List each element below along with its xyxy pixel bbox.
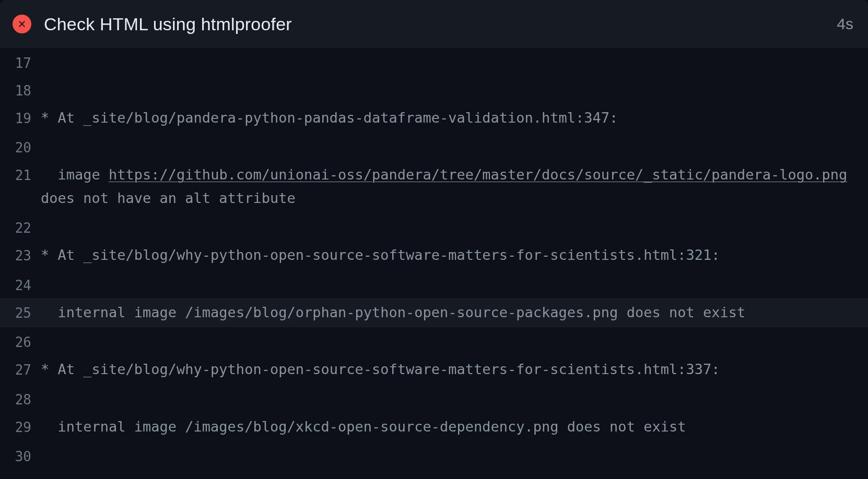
line-content: * At _site/blog/why-python-open-source-s…: [41, 356, 868, 384]
step-duration: 4s: [837, 15, 853, 33]
line-number: 30: [0, 442, 41, 468]
status-error-icon: [13, 15, 31, 33]
line-number: 25: [0, 299, 41, 325]
log-line: 28: [0, 385, 868, 412]
log-line: 30: [0, 441, 868, 469]
log-line: 27* At _site/blog/why-python-open-source…: [0, 355, 868, 385]
line-number: 19: [0, 104, 41, 130]
line-number: 28: [0, 386, 41, 411]
line-number: 26: [0, 328, 41, 354]
line-content: [41, 134, 868, 138]
log-line: 20: [0, 133, 868, 160]
log-line: 23* At _site/blog/why-python-open-source…: [0, 241, 868, 270]
line-number: 17: [0, 49, 41, 75]
line-number: 29: [0, 413, 41, 439]
log-line: 21 image https://github.com/unionai-oss/…: [0, 160, 868, 213]
log-line: 24: [0, 270, 868, 298]
line-content: [41, 214, 868, 218]
line-content: [41, 271, 868, 276]
line-content: [41, 386, 868, 390]
log-line: 25 internal image /images/blog/orphan-py…: [0, 298, 868, 328]
log-line: 17: [0, 48, 868, 76]
log-line: 18: [0, 76, 868, 103]
line-number: 21: [0, 161, 41, 187]
log-link[interactable]: https://github.com/unionai-oss/pandera/t…: [109, 166, 847, 183]
line-number: 22: [0, 214, 41, 239]
line-content: internal image /images/blog/orphan-pytho…: [41, 299, 868, 327]
line-content: * At _site/blog/why-python-open-source-s…: [41, 242, 868, 269]
log-output[interactable]: 171819* At _site/blog/pandera-python-pan…: [0, 48, 868, 479]
log-line: 26: [0, 327, 868, 355]
line-content: image https://github.com/unionai-oss/pan…: [41, 161, 868, 212]
log-line: 19* At _site/blog/pandera-python-pandas-…: [0, 103, 868, 133]
line-number: 24: [0, 271, 41, 297]
line-number: 27: [0, 356, 41, 381]
log-line: 22: [0, 213, 868, 241]
line-content: [41, 328, 868, 332]
line-number: 18: [0, 77, 41, 102]
line-content: * At _site/blog/pandera-python-pandas-da…: [41, 104, 868, 132]
line-number: 23: [0, 242, 41, 267]
line-content: internal image /images/blog/xkcd-open-so…: [41, 413, 868, 441]
line-content: [41, 77, 868, 81]
step-header[interactable]: Check HTML using htmlproofer 4s: [0, 0, 868, 48]
line-content: [41, 442, 868, 447]
step-title: Check HTML using htmlproofer: [44, 14, 837, 34]
x-icon: [17, 19, 27, 29]
log-line: 29 internal image /images/blog/xkcd-open…: [0, 412, 868, 442]
log-text: image: [41, 166, 109, 183]
line-number: 20: [0, 134, 41, 159]
line-content: [41, 49, 868, 53]
